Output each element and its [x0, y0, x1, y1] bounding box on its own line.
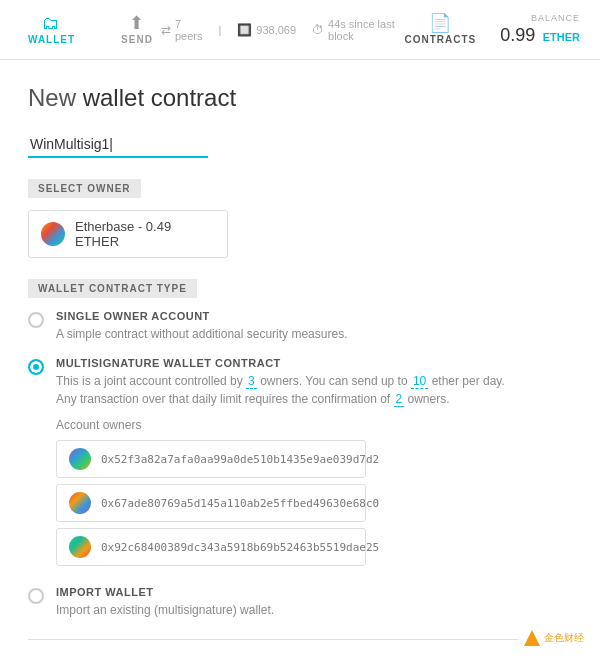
balance-label: BALANCE [531, 13, 580, 23]
network-status: ⇄ 7 peers | 🔲 938,069 ⏱ 44s since last b… [161, 18, 397, 42]
nav-contracts[interactable]: 📄 CONTRACTS [396, 9, 484, 50]
contract-type-label: WALLET CONTRACT TYPE [28, 279, 197, 298]
radio-single[interactable] [28, 312, 44, 328]
blocks-count: 938,069 [256, 24, 296, 36]
owners-count-input[interactable]: 3 [246, 374, 257, 389]
single-desc: A simple contract without additional sec… [56, 325, 347, 343]
peers-icon: ⇄ [161, 23, 171, 37]
blocks-icon: 🔲 [237, 23, 252, 37]
select-owner-label: SELECT OWNER [28, 179, 141, 198]
multisig-desc-line1: This is a joint account controlled by 3 … [56, 372, 505, 390]
account-addr-1: 0x52f3a82a7afa0aa99a0de510b1435e9ae039d7… [101, 453, 379, 466]
wallet-label: WALLET [28, 34, 75, 45]
send-icon: ⬆ [129, 14, 145, 32]
owner-name: Etherbase - 0.49 ETHER [75, 219, 215, 249]
time-status: ⏱ 44s since last block [312, 18, 396, 42]
status-divider: | [218, 24, 221, 36]
peers-status: ⇄ 7 peers [161, 18, 203, 42]
watermark-text: 金色财经 [544, 631, 584, 645]
confirm-count-input[interactable]: 2 [394, 392, 405, 407]
account-avatar-3 [69, 536, 91, 558]
account-owner-row-3[interactable]: 0x92c68400389dc343a5918b69b52463b5519dae… [56, 528, 366, 566]
single-content: SINGLE OWNER ACCOUNT A simple contract w… [56, 310, 347, 343]
nav-left: 🗂 WALLET ⬆ SEND [20, 9, 161, 50]
balance-amount: 0.99 [500, 25, 535, 45]
single-title: SINGLE OWNER ACCOUNT [56, 310, 347, 322]
account-addr-3: 0x92c68400389dc343a5918b69b52463b5519dae… [101, 541, 379, 554]
last-block-time: 44s since last block [328, 18, 396, 42]
header: 🗂 WALLET ⬆ SEND ⇄ 7 peers | 🔲 938,069 ⏱ … [0, 0, 600, 60]
owner-selector[interactable]: Etherbase - 0.49 ETHER [28, 210, 228, 258]
account-owner-row-1[interactable]: 0x52f3a82a7afa0aa99a0de510b1435e9ae039d7… [56, 440, 366, 478]
account-addr-2: 0x67ade80769a5d145a110ab2e5ffbed49630e68… [101, 497, 379, 510]
blocks-status: 🔲 938,069 [237, 23, 296, 37]
watermark: 金色财经 [518, 627, 590, 649]
divider [28, 639, 572, 640]
nav-wallet[interactable]: 🗂 WALLET [20, 9, 83, 50]
option-multisig[interactable]: MULTISIGNATURE WALLET CONTRACT This is a… [28, 357, 572, 572]
contracts-label: CONTRACTS [404, 34, 476, 45]
account-owners-label: Account owners [56, 418, 505, 432]
radio-multisig[interactable] [28, 359, 44, 375]
multisig-title: MULTISIGNATURE WALLET CONTRACT [56, 357, 505, 369]
contract-type-section: WALLET CONTRACT TYPE SINGLE OWNER ACCOUN… [28, 278, 572, 619]
account-owner-row-2[interactable]: 0x67ade80769a5d145a110ab2e5ffbed49630e68… [56, 484, 366, 522]
owner-avatar [41, 222, 65, 246]
account-avatar-2 [69, 492, 91, 514]
balance-display: 0.99 ETHER [500, 25, 580, 46]
page-title: New wallet contract [28, 84, 572, 112]
nav-send[interactable]: ⬆ SEND [113, 9, 161, 50]
title-prefix: New [28, 84, 76, 111]
watermark-icon [524, 630, 540, 646]
import-content: IMPORT WALLET Import an existing (multis… [56, 586, 274, 619]
multisig-content: MULTISIGNATURE WALLET CONTRACT This is a… [56, 357, 505, 572]
clock-icon: ⏱ [312, 23, 324, 37]
import-desc: Import an existing (multisignature) wall… [56, 601, 274, 619]
option-import[interactable]: IMPORT WALLET Import an existing (multis… [28, 586, 572, 619]
balance-section: BALANCE 0.99 ETHER [500, 13, 580, 46]
peers-count: 7 peers [175, 18, 203, 42]
account-avatar-1 [69, 448, 91, 470]
balance-currency: ETHER [543, 31, 580, 43]
wallet-icon: 🗂 [42, 14, 61, 32]
radio-import[interactable] [28, 588, 44, 604]
title-main: wallet contract [83, 84, 236, 111]
main-content: New wallet contract SELECT OWNER Etherba… [0, 60, 600, 659]
import-title: IMPORT WALLET [56, 586, 274, 598]
multisig-desc-line2: Any transaction over that daily limit re… [56, 390, 505, 408]
option-single[interactable]: SINGLE OWNER ACCOUNT A simple contract w… [28, 310, 572, 343]
contract-name-input[interactable] [28, 132, 208, 158]
send-label: SEND [121, 34, 153, 45]
daily-limit-input[interactable]: 10 [411, 374, 428, 389]
contracts-icon: 📄 [429, 14, 451, 32]
